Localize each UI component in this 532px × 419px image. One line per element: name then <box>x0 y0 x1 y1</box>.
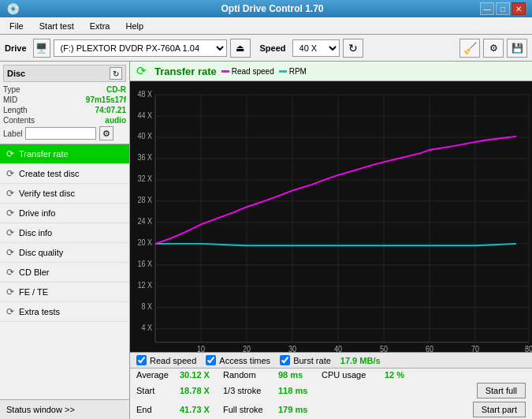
verify-test-disc-icon: ⟳ <box>6 188 14 199</box>
svg-text:16 X: 16 X <box>138 259 153 268</box>
nav-cd-bler[interactable]: ⟳ CD Bler <box>0 263 129 282</box>
nav-items: ⟳ Transfer rate ⟳ Create test disc ⟳ Ver… <box>0 144 129 399</box>
status-window-button[interactable]: Status window >> <box>0 399 129 419</box>
drive-label: Drive <box>5 43 27 53</box>
start-part-button[interactable]: Start part <box>473 402 526 417</box>
svg-text:32 X: 32 X <box>138 174 153 184</box>
type-value: CD-R <box>106 85 126 94</box>
svg-text:8 X: 8 X <box>142 301 153 311</box>
menu-file[interactable]: File <box>3 20 30 32</box>
nav-create-test-disc[interactable]: ⟳ Create test disc <box>0 164 129 184</box>
drive-select[interactable]: (F:) PLEXTOR DVDR PX-760A 1.04 <box>54 39 227 57</box>
access-times-checkbox[interactable] <box>206 355 216 365</box>
length-label: Length <box>3 106 28 114</box>
chart-title: Transfer rate <box>154 65 217 77</box>
save-button[interactable]: 💾 <box>507 39 527 58</box>
menu-extra[interactable]: Extra <box>84 20 117 32</box>
disc-length-row: Length 74:07.21 <box>3 106 126 114</box>
end-label: End <box>136 405 180 414</box>
legend-rpm-dot <box>279 70 287 73</box>
nav-drive-info[interactable]: ⟳ Drive info <box>0 204 129 223</box>
transfer-rate-icon: ⟳ <box>6 148 14 159</box>
menubar: File Start test Extra Help <box>0 17 532 35</box>
menu-start-test[interactable]: Start test <box>33 20 80 32</box>
disc-quality-icon: ⟳ <box>6 247 14 258</box>
fullstroke-label: Full stroke <box>223 405 278 414</box>
svg-text:10: 10 <box>197 344 205 352</box>
chart-canvas: 48 X 44 X 40 X 36 X 32 X 28 X 24 X 20 X … <box>130 81 532 352</box>
status-window-label: Status window >> <box>6 405 75 414</box>
sidebar: Disc ↻ Type CD-R MID 97m15s17f Length 74… <box>0 62 130 419</box>
speed-select[interactable]: 40 X <box>292 39 340 57</box>
cd-bler-icon: ⟳ <box>6 267 14 278</box>
minimize-button[interactable]: — <box>480 2 494 15</box>
stroke13-label: 1/3 stroke <box>223 386 278 395</box>
titlebar: 💿 Opti Drive Control 1.70 — □ ✕ <box>0 0 532 17</box>
svg-text:4 X: 4 X <box>142 323 153 332</box>
disc-refresh-button[interactable]: ↻ <box>110 67 122 80</box>
drive-icon-btn[interactable]: 🖥️ <box>33 39 50 58</box>
eraser-button[interactable]: 🧹 <box>459 39 480 58</box>
svg-text:20: 20 <box>243 344 251 352</box>
svg-text:44 X: 44 X <box>138 110 153 120</box>
disc-contents-row: Contents audio <box>3 116 126 125</box>
average-value: 30.12 X <box>180 370 223 380</box>
burst-rate-checkbox-item: Burst rate <box>280 355 331 365</box>
disc-panel: Disc ↻ Type CD-R MID 97m15s17f Length 74… <box>0 62 129 144</box>
stroke13-value: 118 ms <box>278 386 322 395</box>
read-speed-checkbox[interactable] <box>136 355 147 365</box>
start-full-button[interactable]: Start full <box>477 383 526 398</box>
end-value: 41.73 X <box>180 405 223 414</box>
mid-label: MID <box>3 95 17 104</box>
svg-text:28 X: 28 X <box>138 195 153 204</box>
start-label: Start <box>136 386 180 395</box>
app-icon: 💿 <box>6 2 20 15</box>
nav-disc-quality[interactable]: ⟳ Disc quality <box>0 243 129 263</box>
disc-info-icon: ⟳ <box>6 227 14 238</box>
legend-read-speed-dot <box>221 70 229 73</box>
legend-read-speed: Read speed <box>221 67 274 76</box>
svg-text:30: 30 <box>288 344 296 352</box>
nav-disc-info[interactable]: ⟳ Disc info <box>0 223 129 243</box>
length-value: 74:07.21 <box>95 106 126 114</box>
extra-tests-icon: ⟳ <box>6 306 14 317</box>
menu-help[interactable]: Help <box>119 20 150 32</box>
burst-rate-checkbox[interactable] <box>280 355 290 365</box>
disc-header: Disc ↻ <box>3 65 126 82</box>
nav-verify-test-disc[interactable]: ⟳ Verify test disc <box>0 184 129 204</box>
settings-button[interactable]: ⚙ <box>483 39 504 58</box>
maximize-button[interactable]: □ <box>496 2 510 15</box>
chart-svg: 48 X 44 X 40 X 36 X 32 X 28 X 24 X 20 X … <box>130 81 532 352</box>
chart-refresh-icon: ⟳ <box>136 64 147 78</box>
stats-row-2: Start 18.78 X 1/3 stroke 118 ms Start fu… <box>130 381 532 400</box>
svg-text:80: 80 <box>525 344 532 352</box>
disc-mid-row: MID 97m15s17f <box>3 95 126 104</box>
disc-label-input[interactable] <box>25 127 96 140</box>
eject-button[interactable]: ⏏ <box>230 39 251 58</box>
read-speed-checkbox-item: Read speed <box>136 355 196 365</box>
svg-text:40 X: 40 X <box>138 132 153 141</box>
disc-type-row: Type CD-R <box>3 85 126 94</box>
mid-value: 97m15s17f <box>86 95 126 104</box>
disc-label-button[interactable]: ⚙ <box>99 126 113 140</box>
content-area: ⟳ Transfer rate Read speed RPM 48 X 44 X… <box>130 62 532 419</box>
nav-fe-te[interactable]: ⟳ FE / TE <box>0 282 129 302</box>
nav-extra-tests[interactable]: ⟳ Extra tests <box>0 302 129 322</box>
legend-rpm: RPM <box>279 67 307 76</box>
average-label: Average <box>136 370 180 380</box>
main-layout: Disc ↻ Type CD-R MID 97m15s17f Length 74… <box>0 62 532 419</box>
stats-row-3: End 41.73 X Full stroke 179 ms Start par… <box>130 400 532 419</box>
close-button[interactable]: ✕ <box>512 2 526 15</box>
cpu-value: 12 % <box>385 370 412 380</box>
disc-label-key: Label <box>3 129 22 138</box>
window-controls: — □ ✕ <box>480 2 526 15</box>
refresh-button[interactable]: ↻ <box>343 39 363 58</box>
svg-text:60: 60 <box>426 344 433 352</box>
create-test-disc-icon: ⟳ <box>6 168 14 179</box>
svg-text:50: 50 <box>380 344 388 352</box>
svg-text:36 X: 36 X <box>138 153 153 163</box>
app-title: Opti Drive Control 1.70 <box>6 3 532 14</box>
svg-text:24 X: 24 X <box>138 216 153 226</box>
nav-transfer-rate[interactable]: ⟳ Transfer rate <box>0 144 129 164</box>
toolbar: Drive 🖥️ (F:) PLEXTOR DVDR PX-760A 1.04 … <box>0 35 532 62</box>
